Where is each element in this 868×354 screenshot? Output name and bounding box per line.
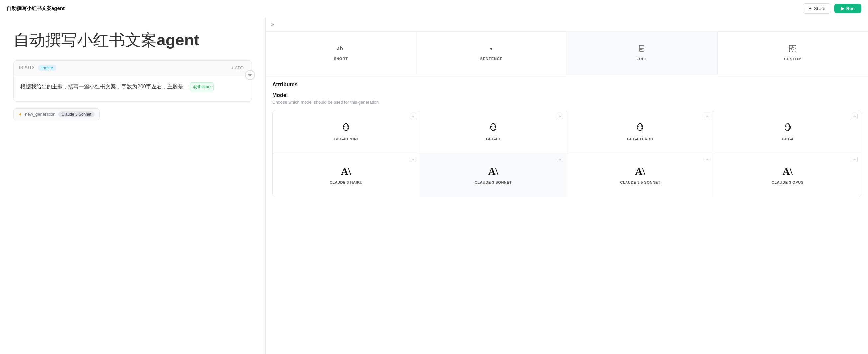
share-button[interactable]: ✦ Share [803, 3, 831, 13]
openai-icon [783, 122, 792, 134]
openai-icon [341, 122, 351, 134]
custom-icon [789, 45, 796, 55]
model-placeholder-icon [410, 114, 416, 119]
model-label-claude-3-haiku: CLAUDE 3 HAIKU [330, 180, 363, 184]
attributes-section: Attributes [266, 75, 868, 92]
app-title-cn: 自动撰写小红书文案 [13, 31, 157, 49]
model-gpt-4o-mini[interactable]: GPT-4O MINI [273, 110, 420, 153]
edit-button[interactable]: ✏ [245, 70, 255, 80]
prompt-text: 根据我给出的主题，撰写一篇小红书文案，字数为200字左右，主题是： @theme [20, 82, 245, 92]
svg-point-1 [490, 48, 492, 50]
model-placeholder-icon [410, 157, 416, 162]
model-label-claude-3-sonnet: CLAUDE 3 SONNET [475, 180, 512, 184]
model-gpt-4o[interactable]: GPT-4O [420, 110, 567, 153]
left-panel: 自动撰写小红书文案agent INPUTS theme + ADD ✏ 根据我给… [0, 17, 266, 354]
node-name: new_generation [25, 111, 56, 117]
format-sentence-label: SENTENCE [480, 57, 503, 61]
model-section: Model Choose which model should be used … [266, 92, 868, 200]
model-gpt-4[interactable]: GPT-4 [714, 110, 861, 153]
model-gpt-4-turbo[interactable]: GPT-4 TURBO [567, 110, 714, 153]
openai-icon [489, 122, 498, 134]
svg-point-7 [791, 47, 794, 50]
model-label-gpt-4o-mini: GPT-4O MINI [334, 137, 358, 141]
inputs-label: INPUTS [19, 65, 35, 70]
generation-node[interactable]: ✦ new_generation Claude 3 Sonnet [13, 108, 100, 120]
format-sentence[interactable]: SENTENCE [416, 32, 567, 75]
sentence-icon [487, 45, 495, 54]
add-input-button[interactable]: + ADD [228, 64, 246, 72]
format-custom[interactable]: CUSTOM [717, 32, 868, 75]
model-label-claude-35-sonnet: CLAUDE 3.5 SONNET [620, 180, 661, 184]
format-full-label: FULL [637, 57, 647, 61]
spark-icon: ✦ [18, 111, 22, 117]
format-options-grid: ab SHORT SENTENCE [266, 32, 868, 75]
model-claude-3-sonnet[interactable]: A\ CLAUDE 3 SONNET [420, 153, 567, 197]
prompt-box: 根据我给出的主题，撰写一篇小红书文案，字数为200字左右，主题是： @theme [13, 75, 252, 102]
model-badge: Claude 3 Sonnet [59, 111, 95, 117]
run-button[interactable]: ▶ Run [834, 4, 861, 13]
model-claude-35-sonnet[interactable]: A\ CLAUDE 3.5 SONNET [567, 153, 714, 197]
model-placeholder-icon [704, 114, 710, 119]
anthropic-icon: A\ [341, 166, 351, 177]
anthropic-icon: A\ [783, 166, 793, 177]
model-placeholder-icon [851, 114, 858, 119]
model-placeholder-icon [851, 157, 858, 162]
model-placeholder-icon [704, 157, 710, 162]
anthropic-icon: A\ [488, 166, 498, 177]
model-section-title: Model [272, 92, 861, 98]
model-section-desc: Choose which model should be used for th… [272, 100, 861, 105]
header: 自动撰写小红书文案agent ✦ Share ▶ Run [0, 0, 868, 17]
header-actions: ✦ Share ▶ Run [803, 3, 861, 13]
model-label-gpt-4: GPT-4 [782, 137, 793, 141]
main-layout: 自动撰写小红书文案agent INPUTS theme + ADD ✏ 根据我给… [0, 17, 868, 354]
theme-tag[interactable]: theme [38, 65, 57, 71]
format-short[interactable]: ab SHORT [266, 32, 416, 75]
openai-icon [636, 122, 645, 134]
expand-button[interactable]: » [266, 17, 868, 32]
inputs-bar: INPUTS theme + ADD ✏ [13, 60, 252, 75]
model-claude-3-opus[interactable]: A\ CLAUDE 3 OPUS [714, 153, 861, 197]
model-label-gpt-4-turbo: GPT-4 TURBO [627, 137, 653, 141]
play-icon: ▶ [841, 6, 844, 11]
model-placeholder-icon [557, 157, 563, 162]
edit-icon: ✏ [248, 72, 252, 77]
right-panel: » ab SHORT SENTENCE [266, 17, 868, 354]
format-short-label: SHORT [334, 57, 348, 61]
anthropic-icon: A\ [635, 166, 645, 177]
short-icon: ab [337, 45, 345, 54]
model-placeholder-icon [557, 114, 563, 119]
mention-tag[interactable]: @theme [190, 83, 214, 92]
full-icon [639, 45, 646, 55]
app-title-en: agent [157, 31, 199, 49]
share-icon: ✦ [808, 6, 812, 11]
model-label-gpt-4o: GPT-4O [486, 137, 500, 141]
attributes-title: Attributes [272, 82, 861, 88]
svg-text:ab: ab [337, 46, 343, 52]
app-title: 自动撰写小红书文案agent [13, 31, 252, 50]
model-grid: GPT-4O MINI GPT-4O [272, 110, 861, 197]
page-title: 自动撰写小红书文案agent [7, 5, 65, 12]
model-label-claude-3-opus: CLAUDE 3 OPUS [772, 180, 804, 184]
format-custom-label: CUSTOM [784, 57, 802, 61]
format-full[interactable]: FULL [567, 32, 717, 75]
model-claude-3-haiku[interactable]: A\ CLAUDE 3 HAIKU [273, 153, 420, 197]
